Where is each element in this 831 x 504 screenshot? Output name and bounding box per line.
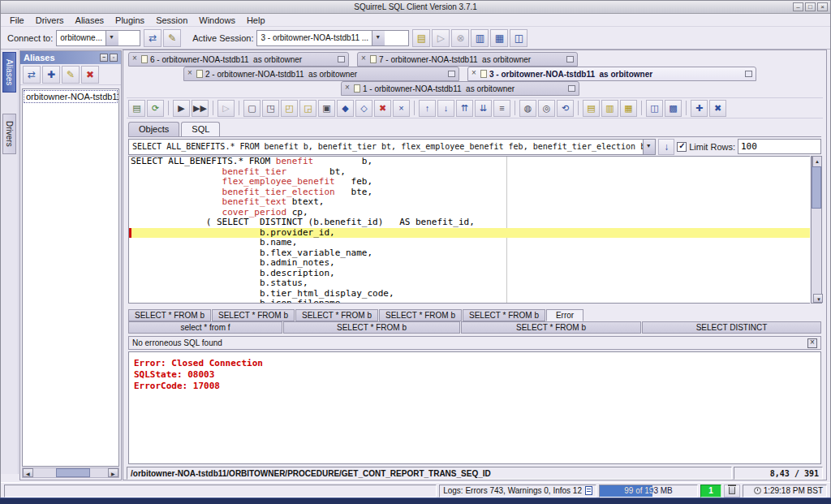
menu-windows[interactable]: Windows — [193, 15, 241, 26]
limit-rows-checkbox[interactable] — [677, 142, 687, 152]
menu-session[interactable]: Session — [150, 15, 193, 26]
refresh-schema-icon[interactable]: ⟳ — [147, 100, 164, 117]
close-session-window-icon[interactable]: ✖ — [709, 100, 726, 117]
result-tab[interactable]: SELECT * FROM b — [461, 321, 641, 334]
session-tab[interactable]: 3 - orbitowner-NOA-tstdb11 as orbitowner — [467, 67, 756, 81]
stop-sql-icon[interactable]: ▷ — [217, 100, 235, 117]
find-replace-icon[interactable]: ◎ — [538, 100, 555, 117]
session-properties-icon[interactable]: ▤ — [128, 100, 145, 117]
side-tab-drivers[interactable]: Drivers — [2, 114, 16, 154]
session-tab[interactable]: 1 - orbitowner-NOA-tstdb11 as orbitowner — [341, 81, 579, 96]
title-bar[interactable]: SQuirreL SQL Client Version 3.7.1 –□× — [1, 1, 830, 14]
copy-sql-to-editor-icon[interactable]: ↓ — [658, 139, 674, 155]
cascade-windows-icon[interactable]: ▩ — [665, 100, 682, 117]
scrollbar-thumb[interactable] — [56, 468, 90, 477]
logs-summary[interactable]: Logs: Errors 743, Warnings 0, Infos 12 — [439, 485, 596, 498]
minimize-panel-icon[interactable]: − — [100, 54, 108, 62]
detach-tab-icon[interactable] — [568, 85, 575, 92]
close-tab-icon[interactable] — [471, 71, 478, 78]
scroll-down-icon[interactable] — [813, 294, 823, 303]
menu-aliases[interactable]: Aliases — [70, 15, 110, 26]
new-sql-tab-icon[interactable]: ▢ — [243, 100, 260, 117]
close-file-icon[interactable]: × — [393, 100, 410, 117]
new-session-window-icon[interactable]: ✚ — [691, 100, 708, 117]
detach-sql-tab-icon[interactable]: ◳ — [262, 100, 279, 117]
copy-sql-icon[interactable]: ▣ — [318, 100, 335, 117]
find-icon[interactable]: ◍ — [519, 100, 536, 117]
result-tab-error[interactable]: Error — [546, 309, 583, 321]
save-file-icon[interactable]: ◆ — [337, 100, 354, 117]
append-file-icon[interactable]: ◲ — [299, 100, 316, 117]
menu-plugins[interactable]: Plugins — [110, 15, 150, 26]
edit-alias-button[interactable]: ✎ — [62, 66, 80, 84]
minimize-button[interactable]: – — [793, 2, 803, 11]
unquote-sql-icon[interactable]: ▦ — [620, 100, 637, 117]
close-message-icon[interactable] — [807, 338, 817, 348]
garbage-collect-button[interactable] — [724, 485, 740, 498]
delete-alias-button[interactable]: ✖ — [81, 66, 99, 84]
close-tab-icon[interactable] — [345, 85, 351, 93]
combo-arrow-icon[interactable] — [643, 140, 655, 154]
delete-file-icon[interactable]: ✖ — [374, 100, 391, 117]
close-button[interactable]: × — [817, 2, 828, 11]
side-tab-aliases[interactable]: Aliases — [2, 52, 16, 93]
previous-sql-icon[interactable]: ↑ — [419, 100, 436, 117]
run-sql-icon[interactable]: ▶ — [173, 100, 190, 117]
scroll-right-icon[interactable] — [108, 468, 118, 477]
scrollbar-thumb[interactable] — [812, 166, 821, 209]
detach-tab-icon[interactable] — [566, 56, 574, 62]
result-tab[interactable]: SELECT DISTINCT — [642, 321, 821, 334]
reload-sql-icon[interactable]: ⟲ — [557, 100, 574, 117]
tile-windows-icon[interactable]: ▥ — [471, 29, 489, 47]
combo-arrow-icon[interactable] — [105, 31, 118, 45]
connect-alias-button[interactable]: ⇄ — [23, 66, 41, 84]
combo-arrow-icon[interactable] — [372, 31, 385, 45]
alias-list[interactable]: orbitowner-NOA-tstdb11 — [22, 88, 119, 467]
alias-horizontal-scrollbar[interactable] — [22, 467, 119, 478]
sql-worksheet-icon[interactable]: ▤ — [412, 29, 430, 47]
menu-help[interactable]: Help — [241, 15, 271, 26]
sql-history-combo[interactable]: SELECT ALL_BENEFITS.* FROM benefit b, be… — [128, 139, 656, 155]
result-tab[interactable]: SELECT * FROM b — [379, 309, 462, 321]
view-logs-icon[interactable] — [585, 486, 592, 495]
session-tab[interactable]: 2 - orbitowner-NOA-tstdb11 as orbitowner — [183, 67, 459, 81]
detach-tab-icon[interactable] — [338, 56, 345, 62]
session-tab[interactable]: 7 - orbitowner-NOA-tstdb11 as orbitowner — [357, 52, 578, 67]
result-tab[interactable]: SELECT * FROM b — [283, 321, 460, 334]
next-sql-icon[interactable]: ↓ — [437, 100, 454, 117]
cascade-windows-icon[interactable]: ▦ — [490, 29, 508, 47]
save-as-file-icon[interactable]: ◇ — [355, 100, 372, 117]
quote-sql-icon[interactable]: ▥ — [601, 100, 618, 117]
edit-alias-icon[interactable]: ✎ — [163, 29, 181, 47]
last-sql-icon[interactable]: ⇊ — [475, 100, 492, 117]
result-tab[interactable]: SELECT * FROM b — [463, 309, 545, 321]
detach-tab-icon[interactable] — [448, 71, 455, 77]
tab-objects[interactable]: Objects — [128, 122, 179, 136]
scroll-left-icon[interactable] — [23, 468, 33, 477]
result-tab[interactable]: SELECT * FROM b — [212, 309, 295, 321]
first-sql-icon[interactable]: ⇈ — [456, 100, 473, 117]
new-session-window-icon[interactable]: ◫ — [510, 29, 527, 47]
detach-tab-icon[interactable] — [745, 71, 752, 77]
close-session-icon[interactable]: ⊗ — [451, 29, 469, 47]
sql-editor[interactable]: SELECT ALL_BENEFITS.* FROM benefit b, be… — [128, 156, 810, 304]
result-tab[interactable]: SELECT * FROM b — [295, 309, 378, 321]
alias-item[interactable]: orbitowner-NOA-tstdb11 — [24, 90, 118, 103]
maximize-button[interactable]: □ — [805, 2, 816, 11]
sql-history-icon[interactable]: ≡ — [493, 100, 510, 117]
session-tab[interactable]: 6 - orbitowner-NOA-tstdb11 as orbitowner — [128, 52, 349, 67]
active-session-combo[interactable]: 3 - orbitowner-NOA-tstdb11 ... — [256, 30, 409, 46]
open-file-icon[interactable]: ◰ — [281, 100, 298, 117]
float-panel-icon[interactable]: ▫ — [110, 54, 118, 62]
memory-gauge[interactable]: 99 of 193 MB 99 of 193 MB — [599, 485, 698, 498]
result-tab[interactable]: select * from f — [128, 321, 282, 334]
editor-vertical-scrollbar[interactable] — [811, 156, 822, 304]
menu-file[interactable]: File — [4, 15, 30, 26]
result-tab[interactable]: SELECT * FROM b — [128, 309, 211, 321]
aliases-panel-header[interactable]: Aliases − ▫ — [20, 51, 121, 64]
connect-alias-icon[interactable]: ⇄ — [144, 29, 161, 47]
menu-drivers[interactable]: Drivers — [30, 15, 70, 26]
run-all-sql-icon[interactable]: ▶▶ — [192, 100, 209, 117]
tile-windows-icon[interactable]: ◫ — [646, 100, 663, 117]
close-tab-icon[interactable] — [361, 56, 368, 63]
